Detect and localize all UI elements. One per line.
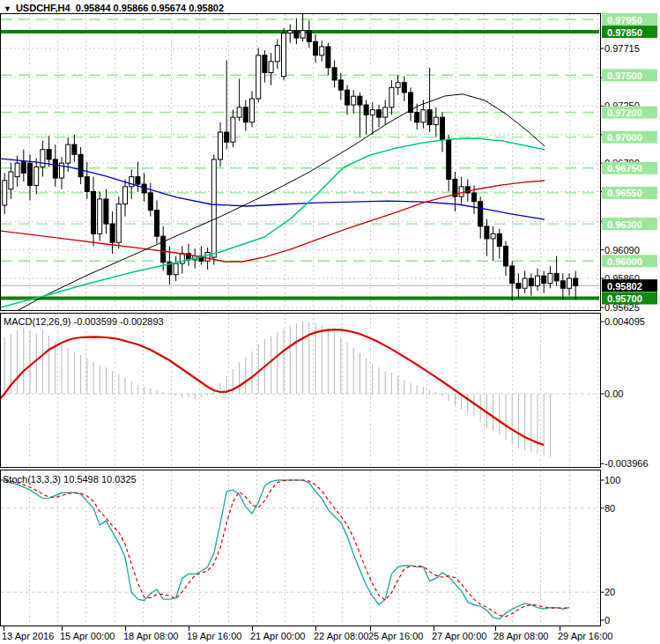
candle-bull: [174, 263, 178, 275]
macd-panel[interactable]: [0, 314, 599, 467]
candle-bull: [123, 187, 128, 204]
stoch-indicator-label: Stoch(13,3,3) 10.5498 10.0325: [3, 474, 137, 485]
candle-bear: [28, 163, 33, 185]
time-axis-label: 22 Apr 08:00: [314, 631, 368, 641]
candle-bull: [237, 107, 241, 117]
candle-bull: [3, 181, 7, 205]
stoch-axis-label: 20: [604, 587, 615, 597]
candle-bear: [263, 56, 267, 73]
candle-bull: [320, 47, 324, 56]
candle-bull: [231, 117, 235, 142]
candle-bear: [447, 139, 451, 179]
candle-bear: [574, 278, 578, 285]
candle-bull: [275, 46, 279, 62]
candle-bull: [205, 252, 210, 261]
candle-bear: [314, 41, 318, 55]
symbol-dropdown-icon[interactable]: ▼: [4, 4, 11, 13]
candle-bull: [567, 278, 572, 288]
candle-bull: [491, 233, 495, 239]
candle-bear: [478, 202, 483, 226]
price-level-badge-text: 0.97950: [607, 15, 642, 26]
price-level-badge-text: 0.97500: [607, 70, 642, 81]
candle-bear: [516, 284, 521, 289]
candle-bull: [98, 199, 102, 233]
time-axis-label: 25 Apr 16:00: [368, 631, 423, 641]
price-axis-label: 0.96090: [604, 245, 640, 255]
candle-bear: [332, 68, 337, 80]
candle-bull: [383, 107, 388, 117]
candle-bull: [548, 273, 552, 283]
candle-bear: [148, 193, 152, 211]
time-axis-label: 19 Apr 16:00: [187, 631, 241, 641]
ohlc-values: 0.95844 0.95866 0.95674 0.95802: [76, 3, 224, 13]
macd-indicator-label: MACD(12,26,9) -0.003599 -0.002893: [4, 316, 164, 327]
time-axis-label: 21 Apr 00:00: [250, 631, 305, 641]
stoch-d-line: [0, 480, 569, 617]
candle-bear: [554, 273, 559, 280]
candle-bull: [41, 150, 45, 167]
candle-bear: [243, 107, 248, 122]
candle-bear: [338, 80, 343, 90]
candle-bear: [136, 177, 140, 184]
candle-bull: [300, 31, 305, 38]
time-axis-label: 29 Apr 16:00: [558, 631, 612, 641]
candle-bull: [536, 276, 540, 285]
candle-bear: [472, 193, 477, 202]
candle-bull: [523, 278, 527, 288]
candle-bull: [130, 177, 134, 187]
candle-bull: [421, 110, 426, 122]
candle-bear: [364, 105, 368, 115]
macd-axis-label: 0.00: [604, 389, 623, 399]
candle-bear: [441, 117, 445, 139]
candle-bull: [66, 144, 70, 163]
candle-bear: [358, 96, 362, 105]
stoch-panel[interactable]: [0, 470, 599, 625]
candle-bear: [402, 83, 406, 93]
candle-bear: [345, 90, 350, 105]
price-axis-label: 0.97715: [604, 43, 640, 54]
candle-bear: [225, 132, 229, 142]
price-level-badge-text: 0.95700: [607, 293, 642, 304]
candle-bear: [415, 112, 419, 122]
candle-bull: [282, 33, 286, 76]
macd-axis-label: 0.004095: [604, 316, 645, 327]
price-level-badge-text: 0.97000: [607, 132, 642, 143]
chart-title: ▼USDCHF,H4 0.95844 0.95866 0.95674 0.958…: [4, 3, 224, 13]
candle-bull: [352, 96, 356, 105]
stoch-axis-label: 100: [604, 475, 620, 485]
time-axis-label: 27 Apr 00:00: [432, 631, 486, 641]
time-axis[interactable]: 13 Apr 201615 Apr 00:0018 Apr 08:0019 Ap…: [2, 626, 612, 641]
candle-bear: [47, 150, 51, 159]
candle-bull: [269, 62, 273, 73]
candle-bear: [326, 47, 330, 68]
candle-bull: [34, 167, 39, 185]
price-panel[interactable]: [0, 13, 599, 314]
candle-bull: [256, 56, 261, 99]
candle-bear: [510, 266, 515, 284]
candle-bull: [370, 110, 374, 115]
candle-bull: [15, 163, 19, 176]
price-axis[interactable]: 0.977150.974800.972500.970200.967900.965…: [601, 13, 658, 625]
candle-bear: [72, 144, 77, 154]
stoch-axis-label: 0: [604, 615, 610, 625]
price-level-badge-text: 0.96550: [607, 188, 642, 198]
candle-bull: [434, 117, 438, 124]
stoch-k-line: [0, 480, 569, 618]
candle-bull: [396, 83, 400, 88]
candle-bear: [92, 192, 96, 234]
candle-bear: [497, 233, 501, 246]
candle-bear: [53, 159, 57, 178]
candle-bull: [459, 187, 463, 196]
price-level-badge-text: 0.96000: [607, 256, 642, 267]
stoch-axis-label: 80: [604, 503, 615, 514]
candle-bear: [560, 281, 565, 288]
macd-signal-line: [0, 329, 544, 445]
price-level-badge-text: 0.97200: [607, 107, 642, 118]
price-level-badge-text: 0.96300: [607, 219, 642, 230]
candle-bull: [288, 31, 293, 33]
candle-bear: [307, 31, 311, 42]
candle-bull: [389, 87, 394, 107]
time-axis-label: 18 Apr 08:00: [123, 631, 178, 641]
macd-axis-label: -0.003966: [604, 458, 649, 469]
candle-bear: [155, 211, 159, 237]
